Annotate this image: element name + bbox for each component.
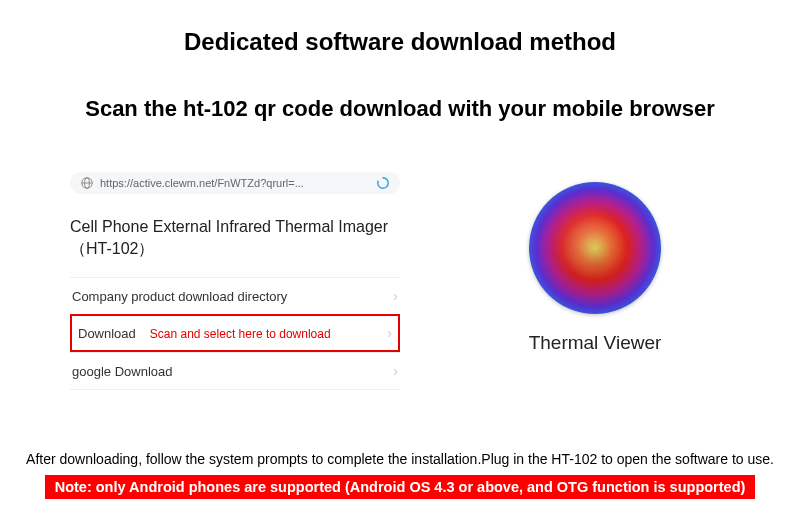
footer-instruction: After downloading, follow the system pro… <box>20 451 780 467</box>
menu-item-label: Company product download directory <box>72 289 287 304</box>
globe-icon <box>80 176 94 190</box>
chevron-right-icon: › <box>393 363 398 379</box>
menu-item-company-directory[interactable]: Company product download directory › <box>70 277 400 314</box>
browser-url-bar[interactable]: https://active.clewm.net/FnWTZd?qrurl=..… <box>70 172 400 194</box>
download-callout-note: Scan and select here to download <box>150 327 331 341</box>
phone-screenshot-panel: https://active.clewm.net/FnWTZd?qrurl=..… <box>70 172 400 390</box>
footer-warning-note: Note: only Android phones are supported … <box>45 475 756 499</box>
loading-spinner-icon <box>376 176 390 190</box>
product-name: Cell Phone External Infrared Thermal Ima… <box>70 216 400 259</box>
menu-item-download-highlighted[interactable]: Download Scan and select here to downloa… <box>70 314 400 352</box>
thermal-viewer-app-icon <box>529 182 661 314</box>
download-menu: Company product download directory › Dow… <box>70 277 400 390</box>
content-row: https://active.clewm.net/FnWTZd?qrurl=..… <box>0 172 800 390</box>
menu-item-label: Download <box>78 326 136 341</box>
app-name: Thermal Viewer <box>460 332 730 354</box>
chevron-right-icon: › <box>387 325 392 341</box>
chevron-right-icon: › <box>393 288 398 304</box>
url-text: https://active.clewm.net/FnWTZd?qrurl=..… <box>100 177 370 189</box>
page-subtitle: Scan the ht-102 qr code download with yo… <box>0 96 800 122</box>
page-title: Dedicated software download method <box>0 0 800 56</box>
menu-item-google-download[interactable]: google Download › <box>70 352 400 390</box>
app-panel: Thermal Viewer <box>460 182 730 354</box>
footer: After downloading, follow the system pro… <box>0 451 800 499</box>
menu-item-label: google Download <box>72 364 172 379</box>
